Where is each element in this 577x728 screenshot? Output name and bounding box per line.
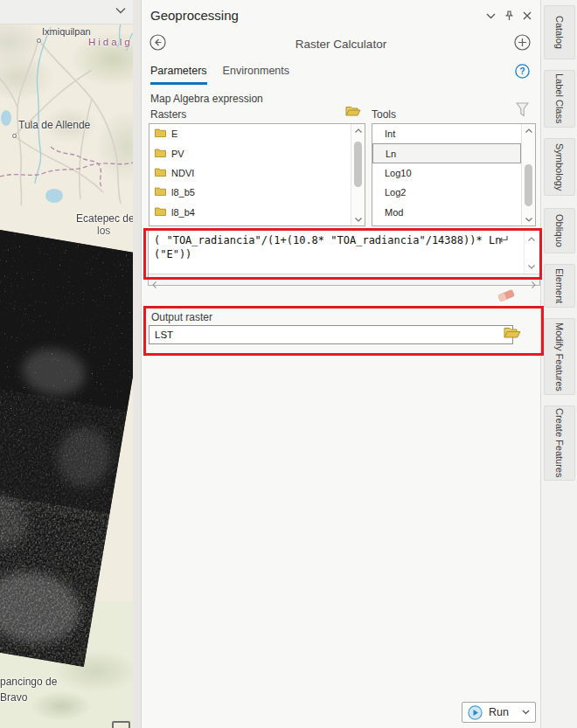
panel-divider[interactable] — [133, 0, 142, 728]
raster-item[interactable]: PV — [149, 143, 351, 163]
tab-parameters[interactable]: Parameters — [150, 65, 207, 85]
city-dot — [12, 134, 17, 138]
dock-tab-label-class[interactable]: Label Class — [544, 70, 575, 128]
panel-title: Geoprocessing — [150, 8, 239, 23]
rasters-list[interactable]: E PV NDVI l8_b5 l8_b4 TOA_radiancia — [149, 123, 365, 226]
city-dot — [37, 38, 41, 43]
expression-text[interactable]: ( "TOA_radiancia"/(1+(10.8* "TOA_radianc… — [149, 231, 510, 280]
play-circle-icon — [468, 705, 483, 720]
dock-tab-element[interactable]: Element — [544, 264, 575, 308]
open-folder-icon[interactable] — [345, 105, 361, 117]
raster-item[interactable]: NDVI — [149, 163, 351, 183]
expression-hscrollbar[interactable] — [149, 274, 539, 285]
tool-item[interactable]: Log2 — [372, 183, 521, 202]
map-label-state: Hidalgo — [88, 37, 133, 47]
tool-title: Raster Calculator — [142, 38, 540, 51]
pin-icon[interactable] — [504, 10, 514, 21]
run-label: Run — [489, 706, 516, 718]
scroll-up-icon[interactable] — [351, 124, 365, 136]
map-algebra-label: Map Algebra expression — [150, 93, 263, 105]
dock-tab-modify-features[interactable]: Modify Features — [544, 318, 575, 395]
map-label-city: Ixmiquilpan — [42, 26, 91, 37]
expression-scrollbar[interactable] — [524, 231, 539, 274]
folder-icon — [155, 128, 166, 139]
dock-tab-create-features[interactable]: Create Features — [544, 406, 575, 481]
geoprocessing-panel: Geoprocessing Raster Calculator Paramete… — [142, 0, 540, 728]
browse-folder-icon[interactable] — [504, 326, 521, 339]
map-label-city: Bravo — [0, 691, 27, 704]
raster-item[interactable]: l8_b4 — [149, 203, 351, 222]
dock-tabstrip: Catalog Label Class Symbology Obliquo El… — [540, 0, 577, 728]
scroll-up-icon[interactable] — [522, 124, 536, 136]
folder-icon — [155, 187, 166, 198]
tool-item-selected[interactable]: Ln — [372, 143, 521, 163]
folder-icon — [155, 168, 166, 178]
expression-editor[interactable]: ( "TOA_radiancia"/(1+(10.8* "TOA_radianc… — [148, 230, 540, 286]
add-button[interactable] — [514, 34, 531, 51]
rasters-label: Rasters — [150, 108, 186, 121]
map-toolbar — [0, 0, 133, 24]
tools-scrollbar[interactable] — [521, 124, 535, 225]
scroll-right-icon[interactable] — [532, 276, 536, 292]
rasters-scrollbar[interactable] — [351, 124, 365, 225]
scroll-down-icon[interactable] — [522, 213, 536, 225]
map-view[interactable]: Ixmiquilpan Hidalgo Tula de Allende Ecat… — [0, 24, 133, 728]
map-label-city: Ecatepec de — [76, 212, 133, 225]
tab-environments[interactable]: Environments — [223, 65, 289, 85]
output-raster-label: Output raster — [151, 311, 212, 323]
map-label-city: los — [97, 225, 110, 237]
dock-tab-symbology[interactable]: Symbology — [544, 138, 575, 196]
raster-item[interactable]: E — [149, 124, 351, 143]
filter-funnel-icon[interactable] — [516, 102, 529, 119]
folder-icon — [155, 207, 166, 218]
panel-chevron-down-icon[interactable] — [486, 13, 496, 19]
panel-tabs: Parameters Environments — [150, 65, 289, 85]
map-column: Ixmiquilpan Hidalgo Tula de Allende Ecat… — [0, 0, 133, 728]
map-label-city: Tula de Allende — [18, 119, 90, 131]
run-button[interactable]: Run — [462, 702, 536, 723]
raster-item[interactable]: TOA_radiancia — [149, 222, 351, 225]
tool-item[interactable]: Log10 — [372, 163, 521, 183]
scroll-down-icon[interactable] — [351, 213, 365, 225]
run-chevron-down-icon[interactable] — [522, 710, 530, 715]
output-raster-input[interactable]: LST — [149, 325, 513, 344]
scroll-up-icon[interactable] — [525, 232, 539, 245]
raster-item[interactable]: l8_b5 — [149, 183, 351, 202]
tool-item[interactable]: Mod — [372, 203, 521, 222]
scroll-thumb[interactable] — [525, 164, 532, 206]
scroll-left-icon[interactable] — [152, 276, 156, 292]
scroll-down-icon[interactable] — [525, 260, 539, 273]
tools-list[interactable]: Int Ln Log10 Log2 Mod — [372, 123, 536, 226]
map-toolbar-chevron-down-icon[interactable] — [115, 7, 126, 14]
folder-icon — [155, 149, 166, 159]
eraser-icon[interactable] — [496, 288, 517, 303]
tools-label: Tools — [372, 108, 396, 121]
scroll-thumb[interactable] — [354, 142, 362, 187]
dock-tab-catalog[interactable]: Catalog — [544, 5, 575, 59]
return-arrow-icon — [497, 235, 508, 244]
map-label-city: pancingo de — [0, 676, 57, 688]
dock-tab-obliquo[interactable]: Obliquo — [544, 208, 575, 253]
map-overview-icon[interactable] — [112, 721, 130, 728]
svg-text:?: ? — [519, 66, 525, 76]
close-icon[interactable] — [523, 11, 532, 20]
tool-item[interactable]: Int — [372, 124, 521, 143]
help-icon[interactable]: ? — [515, 64, 530, 79]
